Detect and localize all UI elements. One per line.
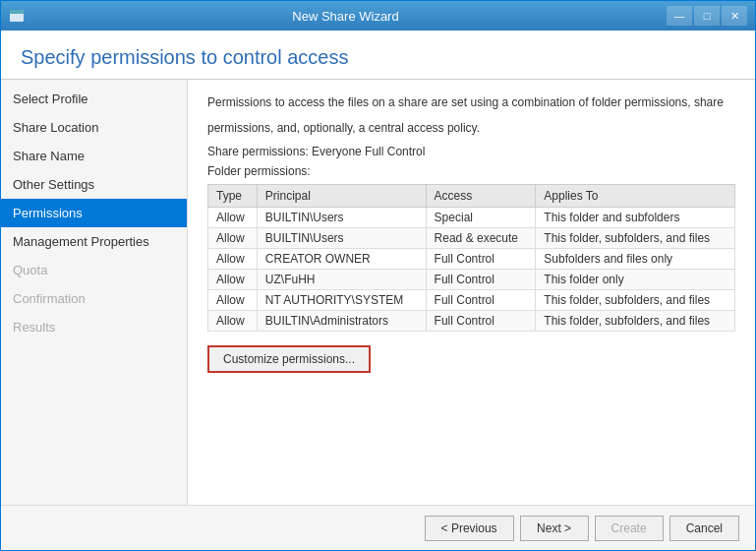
- cell-type: Allow: [208, 311, 258, 332]
- cell-principal: UZ\FuHH: [257, 270, 426, 290]
- window: New Share Wizard — □ ✕ Specify permissio…: [0, 0, 756, 551]
- sidebar: Select Profile Share Location Share Name…: [1, 80, 188, 505]
- sidebar-item-share-location[interactable]: Share Location: [1, 113, 187, 142]
- cell-principal: CREATOR OWNER: [257, 249, 426, 270]
- sidebar-item-permissions[interactable]: Permissions: [1, 199, 187, 227]
- cell-type: Allow: [208, 290, 258, 311]
- col-type: Type: [208, 185, 258, 208]
- cell-applies_to: This folder, subfolders, and files: [536, 311, 735, 332]
- table-row: AllowUZ\FuHHFull ControlThis folder only: [208, 270, 735, 290]
- cell-principal: BUILTIN\Users: [257, 228, 426, 249]
- cell-access: Full Control: [426, 290, 536, 311]
- window-title: New Share Wizard: [25, 9, 667, 24]
- cell-applies_to: Subfolders and files only: [536, 249, 735, 270]
- col-applies-to: Applies To: [536, 185, 735, 208]
- description-line2: permissions, and, optionally, a central …: [207, 119, 735, 137]
- window-controls: — □ ✕: [667, 6, 747, 26]
- permissions-table: Type Principal Access Applies To AllowBU…: [207, 184, 735, 332]
- cell-principal: NT AUTHORITY\SYSTEM: [257, 290, 426, 311]
- cell-applies_to: This folder, subfolders, and files: [536, 228, 735, 249]
- maximize-button[interactable]: □: [694, 6, 720, 26]
- col-access: Access: [426, 185, 536, 208]
- table-row: AllowNT AUTHORITY\SYSTEMFull ControlThis…: [208, 290, 735, 311]
- folder-permissions-label: Folder permissions:: [207, 164, 735, 178]
- title-bar: New Share Wizard — □ ✕: [1, 1, 755, 31]
- customize-permissions-button[interactable]: Customize permissions...: [207, 345, 371, 373]
- main-body: Select Profile Share Location Share Name…: [1, 80, 755, 505]
- sidebar-item-select-profile[interactable]: Select Profile: [1, 85, 187, 113]
- cell-access: Full Control: [426, 270, 536, 290]
- sidebar-item-confirmation: Confirmation: [1, 284, 187, 313]
- cell-access: Full Control: [426, 249, 536, 270]
- sidebar-item-other-settings[interactable]: Other Settings: [1, 170, 187, 199]
- description-line1: Permissions to access the files on a sha…: [207, 93, 735, 111]
- share-permissions-text: Share permissions: Everyone Full Control: [207, 145, 735, 158]
- page-title: Specify permissions to control access: [1, 31, 755, 79]
- cell-applies_to: This folder and subfolders: [536, 208, 735, 228]
- table-row: AllowBUILTIN\UsersSpecialThis folder and…: [208, 208, 735, 228]
- cell-type: Allow: [208, 228, 258, 249]
- window-icon: [9, 8, 25, 24]
- sidebar-item-quota: Quota: [1, 256, 187, 284]
- sidebar-item-share-name[interactable]: Share Name: [1, 142, 187, 170]
- table-row: AllowCREATOR OWNERFull ControlSubfolders…: [208, 249, 735, 270]
- cell-access: Special: [426, 208, 536, 228]
- cell-access: Read & execute: [426, 228, 536, 249]
- cell-access: Full Control: [426, 311, 536, 332]
- content-area: Specify permissions to control access Se…: [1, 31, 755, 505]
- footer: < Previous Next > Create Cancel: [1, 505, 755, 550]
- cell-type: Allow: [208, 208, 258, 228]
- cell-type: Allow: [208, 270, 258, 290]
- previous-button[interactable]: < Previous: [425, 516, 514, 541]
- cancel-button[interactable]: Cancel: [669, 516, 739, 541]
- cell-applies_to: This folder, subfolders, and files: [536, 290, 735, 311]
- cell-type: Allow: [208, 249, 258, 270]
- table-row: AllowBUILTIN\AdministratorsFull ControlT…: [208, 311, 735, 332]
- cell-principal: BUILTIN\Users: [257, 208, 426, 228]
- cell-applies_to: This folder only: [536, 270, 735, 290]
- right-panel: Permissions to access the files on a sha…: [188, 80, 755, 505]
- sidebar-item-management-properties[interactable]: Management Properties: [1, 227, 187, 256]
- next-button[interactable]: Next >: [520, 516, 589, 541]
- minimize-button[interactable]: —: [667, 6, 692, 26]
- create-button: Create: [595, 516, 664, 541]
- close-button[interactable]: ✕: [722, 6, 747, 26]
- table-row: AllowBUILTIN\UsersRead & executeThis fol…: [208, 228, 735, 249]
- svg-rect-1: [10, 10, 24, 14]
- col-principal: Principal: [257, 185, 426, 208]
- sidebar-item-results: Results: [1, 313, 187, 341]
- cell-principal: BUILTIN\Administrators: [257, 311, 426, 332]
